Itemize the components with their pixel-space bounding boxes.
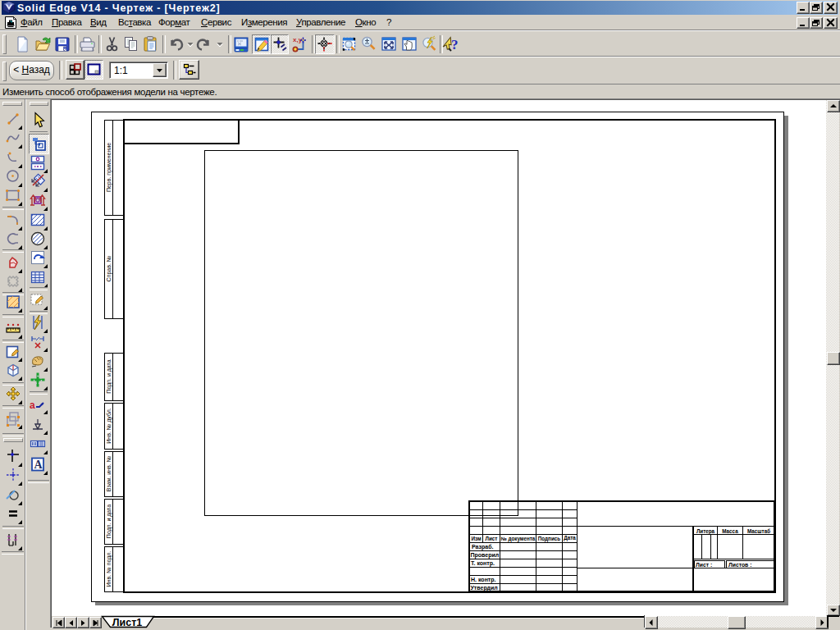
svg-text:Перв. применение: Перв. применение [106,143,112,192]
svg-text:Подпись: Подпись [538,536,560,542]
svg-text:Проверил: Проверил [471,552,500,559]
svg-text:№ документа: № документа [501,536,536,542]
svg-text:Масса: Масса [722,528,738,534]
svg-text:Изм: Изм [471,536,481,541]
svg-text:Н. контр.: Н. контр. [471,577,496,583]
svg-text:Дата: Дата [564,535,576,541]
svg-text:Справ. №: Справ. № [106,256,112,282]
svg-text:Инв. № подл.: Инв. № подл. [106,551,112,587]
svg-text:Лист :: Лист : [696,562,712,568]
svg-text:?: ? [451,37,459,52]
svg-text:Подп. и дата: Подп. и дата [106,504,112,538]
svg-text:A: A [34,459,43,471]
svg-text:Листов :: Листов : [728,562,751,568]
svg-text:Инв. № дубл.: Инв. № дубл. [106,408,112,443]
svg-text:a: a [30,399,35,411]
svg-text:Взам. инв. №: Взам. инв. № [106,456,112,491]
svg-text:Литера: Литера [696,528,715,535]
svg-text:Утвердил: Утвердил [471,585,498,591]
svg-text:Т. контр.: Т. контр. [471,560,495,567]
svg-text:Масштаб: Масштаб [747,528,770,534]
svg-text:Лист1: Лист1 [112,617,143,628]
svg-text:Лист: Лист [486,536,498,541]
svg-text:Подп. и дата: Подп. и дата [106,359,112,393]
svg-text:Разраб.: Разраб. [472,544,494,550]
